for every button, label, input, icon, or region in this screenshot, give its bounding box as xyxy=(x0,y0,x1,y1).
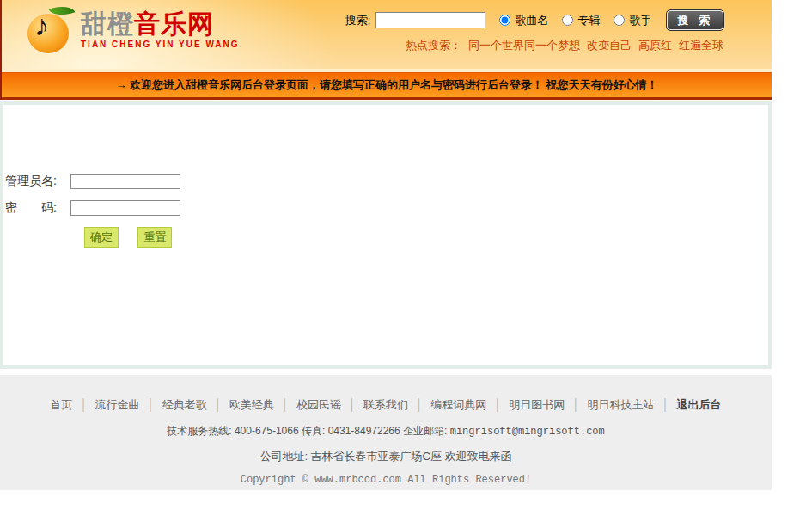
submit-button[interactable]: 确定 xyxy=(84,227,119,248)
password-input[interactable] xyxy=(70,200,180,216)
orange-fruit-logo-graphic: ♪ xyxy=(26,5,76,55)
search-radio-0[interactable] xyxy=(499,15,510,26)
admin-login-page: ♪ 甜橙音乐网 TIAN CHENG YIN YUE WANG 搜索: 歌曲名 xyxy=(0,0,812,528)
footer-nav-campus-folk[interactable]: 校园民谣 xyxy=(296,398,341,411)
footer-nav-programming-dict[interactable]: 编程词典网 xyxy=(430,398,486,411)
nav-separator: │ xyxy=(215,398,222,411)
footer-nav-classic-oldies[interactable]: 经典老歌 xyxy=(162,398,207,411)
hot-search-row: 热点搜索：同一个世界同一个梦想改变自己高原红红遍全球 xyxy=(345,38,723,53)
main-content-frame: 管理员名: 密 码: 确定 重置 xyxy=(0,101,772,369)
search-button[interactable]: 搜 索 xyxy=(667,10,723,30)
nav-separator: │ xyxy=(572,398,579,411)
search-row: 搜索: 歌曲名 专辑 歌手 搜 索 xyxy=(345,10,723,30)
nav-separator: │ xyxy=(282,398,289,411)
logo-title-gray: 甜橙 xyxy=(81,9,134,38)
radio-group-singer: 歌手 xyxy=(614,13,651,28)
page-footer: 首页│流行金曲│经典老歌│欧美经典│校园民谣│联系我们│编程词典网│明日图书网│… xyxy=(0,375,772,490)
nav-separator: │ xyxy=(80,398,87,411)
footer-address-line: 公司地址: 吉林省长春市亚泰广场C座 欢迎致电来函 xyxy=(0,449,772,464)
logo-title: 甜橙音乐网 xyxy=(81,10,240,38)
footer-nav-mingri-books[interactable]: 明日图书网 xyxy=(509,398,565,411)
footer-nav: 首页│流行金曲│经典老歌│欧美经典│校园民谣│联系我们│编程词典网│明日图书网│… xyxy=(0,397,772,413)
search-area: 搜索: 歌曲名 专辑 歌手 搜 索 xyxy=(345,10,723,53)
search-radio-1[interactable] xyxy=(562,15,573,26)
reset-button[interactable]: 重置 xyxy=(137,227,172,248)
search-radio-2[interactable] xyxy=(614,15,625,26)
radio-group-song: 歌曲名 xyxy=(499,13,548,28)
footer-email[interactable]: mingrisoft@mingrisoft.com xyxy=(450,426,605,438)
footer-nav-exit-admin[interactable]: 退出后台 xyxy=(677,398,722,411)
footer-nav-western-classics[interactable]: 欧美经典 xyxy=(229,398,274,411)
password-row: 密 码: xyxy=(5,200,768,216)
nav-separator: │ xyxy=(494,398,501,411)
login-form-area: 管理员名: 密 码: 确定 重置 xyxy=(3,105,768,365)
hot-keyword-3[interactable]: 高原红 xyxy=(638,39,672,52)
nav-separator: │ xyxy=(662,398,669,411)
hot-keyword-1[interactable]: 同一个世界同一个梦想 xyxy=(468,39,580,52)
username-input[interactable] xyxy=(70,174,180,189)
password-label: 密 码: xyxy=(5,200,70,216)
radio-group-album: 专辑 xyxy=(562,13,600,28)
hot-keyword-2[interactable]: 改变自己 xyxy=(587,39,632,52)
nav-separator: │ xyxy=(148,398,155,411)
welcome-banner: → 欢迎您进入甜橙音乐网后台登录页面，请您填写正确的用户名与密码进行后台登录！ … xyxy=(2,72,772,100)
site-logo[interactable]: ♪ 甜橙音乐网 TIAN CHENG YIN YUE WANG xyxy=(26,5,240,55)
username-row: 管理员名: xyxy=(5,174,768,189)
site-header: ♪ 甜橙音乐网 TIAN CHENG YIN YUE WANG 搜索: 歌曲名 xyxy=(2,0,772,69)
username-label: 管理员名: xyxy=(5,174,70,189)
footer-nav-pop-hits[interactable]: 流行金曲 xyxy=(95,398,140,411)
search-radio-label-song[interactable]: 歌曲名 xyxy=(515,13,548,28)
nav-separator: │ xyxy=(416,398,423,411)
logo-text-block: 甜橙音乐网 TIAN CHENG YIN YUE WANG xyxy=(81,5,240,49)
search-radio-label-singer[interactable]: 歌手 xyxy=(629,13,651,28)
search-label: 搜索: xyxy=(345,13,371,28)
form-button-row: 确定 重置 xyxy=(84,227,768,248)
footer-nav-contact-us[interactable]: 联系我们 xyxy=(363,398,408,411)
welcome-banner-text: → 欢迎您进入甜橙音乐网后台登录页面，请您填写正确的用户名与密码进行后台登录！ … xyxy=(115,78,657,91)
hot-search-label: 热点搜索： xyxy=(406,39,461,52)
footer-nav-home[interactable]: 首页 xyxy=(50,398,72,411)
search-radio-label-album[interactable]: 专辑 xyxy=(577,13,600,28)
footer-copyright: Copyright © www.mrbccd.com All Rights Re… xyxy=(0,474,772,486)
footer-service-line: 技术服务热线: 400-675-1066 传真: 0431-84972266 企… xyxy=(0,424,772,439)
top-section: ♪ 甜橙音乐网 TIAN CHENG YIN YUE WANG 搜索: 歌曲名 xyxy=(0,0,772,100)
logo-subtitle: TIAN CHENG YIN YUE WANG xyxy=(81,40,240,49)
footer-service-prefix: 技术服务热线: 400-675-1066 传真: 0431-84972266 企… xyxy=(167,425,449,437)
logo-title-red: 音乐网 xyxy=(134,9,214,38)
hot-keyword-4[interactable]: 红遍全球 xyxy=(679,39,723,52)
search-input[interactable] xyxy=(375,12,485,28)
footer-nav-mingri-tech[interactable]: 明日科技主站 xyxy=(587,398,654,411)
nav-separator: │ xyxy=(349,398,356,411)
music-note-icon: ♪ xyxy=(34,10,49,40)
